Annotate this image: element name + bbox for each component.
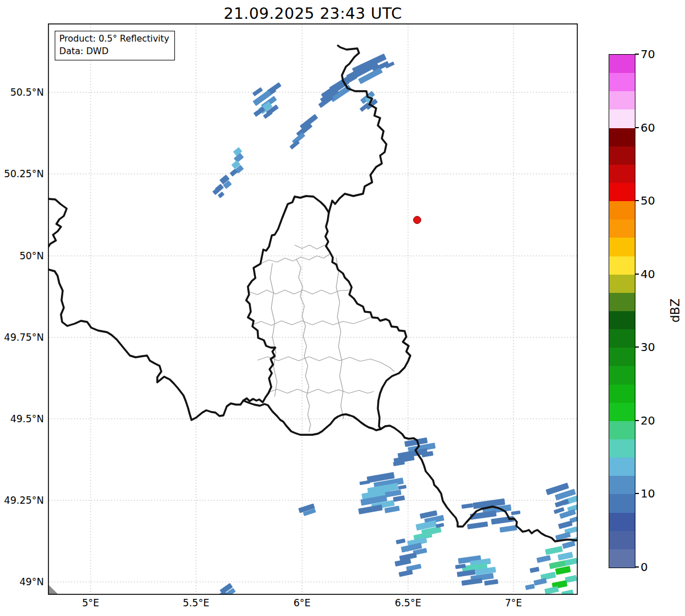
radar-echoes (213, 54, 580, 598)
radar-site-marker (414, 217, 421, 224)
colorbar-segment (609, 366, 635, 384)
colorbar-segment (609, 55, 635, 73)
radar-echo-bin (525, 584, 535, 590)
colorbar-tick (635, 200, 639, 201)
canton-border (258, 357, 394, 372)
radar-echo-bin (393, 495, 405, 501)
radar-echo-bin (545, 546, 562, 555)
colorbar-segment (609, 201, 635, 219)
colorbar-segment (609, 439, 635, 458)
colorbar-segment (609, 348, 635, 366)
colorbar-segment (609, 494, 635, 512)
radar-echo-bin (462, 503, 474, 509)
national-border (243, 401, 381, 435)
radar-echo-bin (511, 511, 521, 515)
colorbar-segment (609, 146, 635, 165)
colorbar-segment (609, 165, 635, 183)
canton-border (249, 290, 350, 295)
radar-echo-bin (398, 485, 407, 489)
y-tick-label: 49.75°N (0, 332, 44, 343)
colorbar-tick (635, 493, 639, 494)
colorbar-tick (635, 566, 639, 568)
x-tick-label: 6.5°E (371, 597, 445, 609)
radar-echo-bin (533, 578, 547, 585)
x-tick-label: 7°E (476, 597, 551, 609)
colorbar-tick (635, 127, 639, 128)
colorbar-segment (609, 403, 635, 421)
product-info-line2: Data: DWD (59, 45, 169, 58)
colorbar-tick-label: 40 (641, 267, 655, 281)
national-border (48, 270, 243, 420)
radar-echo-bin (491, 516, 514, 524)
map-corner-wedge (48, 585, 58, 594)
canton-border (251, 317, 370, 325)
national-border (48, 199, 67, 247)
x-tick-label: 5°E (54, 597, 128, 609)
colorbar-segment (609, 256, 635, 275)
y-tick-label: 49°N (0, 576, 44, 588)
y-tick-label: 49.5°N (0, 413, 44, 425)
radar-echo-bin (500, 525, 517, 532)
colorbar-segment (609, 219, 635, 238)
radar-echo-bin (564, 558, 578, 566)
colorbar-segment (609, 385, 635, 403)
canton-border (336, 258, 344, 419)
radar-echo-bin (562, 541, 576, 549)
colorbar-segment (609, 329, 635, 348)
colorbar-segment (609, 91, 635, 109)
radar-echo-bin (467, 521, 488, 529)
colorbar-tick-label: 20 (641, 414, 655, 427)
canton-border (267, 389, 374, 393)
colorbar-segment (609, 109, 635, 128)
national-border (243, 196, 329, 402)
radar-echo-bin (406, 564, 421, 571)
canton-border (295, 245, 329, 251)
y-tick-label: 50.5°N (0, 87, 44, 98)
colorbar-tick (635, 346, 639, 348)
colorbar-segment (609, 311, 635, 329)
radar-echo-bin (544, 586, 559, 595)
y-tick-label: 50°N (0, 250, 44, 262)
colorbar-segment (609, 73, 635, 91)
colorbar-segment (609, 513, 635, 531)
radar-echo-bin (218, 191, 225, 198)
figure-title: 21.09.2025 23:43 UTC (48, 5, 577, 22)
colorbar-segment (609, 293, 635, 311)
colorbar (609, 54, 635, 568)
colorbar-segment (609, 421, 635, 439)
radar-echo-bin (484, 579, 499, 585)
radar-figure: 21.09.2025 23:43 UTC Product: 0.5° Refle… (0, 0, 685, 616)
canton-borders (249, 245, 394, 432)
radar-echo-bin (529, 566, 539, 573)
radar-echo-bin (360, 480, 370, 485)
colorbar-segment (609, 549, 635, 568)
colorbar-tick (635, 274, 639, 275)
colorbar-segment (609, 458, 635, 476)
product-info-line1: Product: 0.5° Reflectivity (59, 32, 169, 45)
radar-echo-bin (558, 521, 573, 529)
colorbar-tick (635, 54, 639, 55)
colorbar-tick-label: 60 (641, 121, 655, 134)
colorbar-segment (609, 476, 635, 494)
colorbar-unit-label: dBZ (668, 299, 682, 323)
map-svg (0, 0, 685, 616)
product-info-box: Product: 0.5° Reflectivity Data: DWD (55, 31, 175, 60)
colorbar-segment (609, 238, 635, 256)
radar-echo-bin (398, 570, 413, 577)
radar-echo-bin (536, 555, 551, 563)
colorbar-tick-label: 10 (641, 487, 655, 500)
colorbar-tick-label: 70 (641, 47, 655, 61)
y-tick-label: 50.25°N (0, 168, 44, 180)
colorbar-segment (609, 275, 635, 293)
colorbar-segment (609, 183, 635, 201)
colorbar-tick-label: 30 (641, 340, 655, 354)
colorbar-tick-label: 50 (641, 194, 655, 207)
radar-echo-bin (565, 575, 577, 583)
colorbar-tick-label: 0 (641, 560, 648, 574)
radar-echo-bin (561, 590, 573, 597)
radar-echo-bin (395, 539, 405, 544)
y-tick-label: 49.25°N (0, 495, 44, 506)
canton-border (296, 259, 311, 432)
canton-border (262, 254, 329, 263)
colorbar-tick (635, 420, 639, 421)
